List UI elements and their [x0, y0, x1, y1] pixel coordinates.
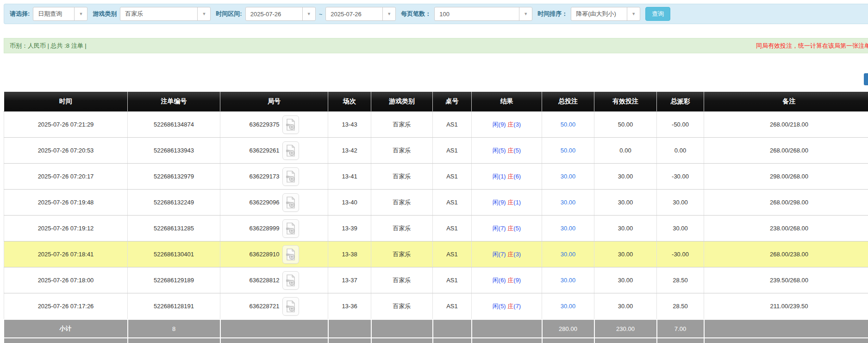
payout-cell: 28.50 — [657, 293, 704, 320]
session-cell: 13-41 — [328, 164, 371, 190]
date-to-select[interactable]: 2025-07-26 ▼ — [325, 7, 396, 21]
date-from-value: 2025-07-26 — [246, 11, 302, 18]
header-bet-id: 注单编号 — [128, 92, 220, 112]
time-cell: 2025-07-26 07:18:41 — [4, 241, 128, 267]
video-replay-icon[interactable] — [282, 245, 299, 264]
chevron-down-icon: ▼ — [302, 7, 315, 20]
query-type-select[interactable]: 日期查询 ▼ — [33, 7, 87, 21]
currency-total-text: 币别：人民币 | 总共 :8 注单 | — [10, 42, 87, 50]
bet-id-cell: 522686134874 — [128, 112, 220, 138]
total-bet-cell: 30.00 — [542, 190, 594, 216]
session-cell: 13-39 — [328, 216, 371, 241]
chevron-down-icon: ▼ — [519, 7, 532, 20]
header-round: 局号 — [220, 92, 328, 112]
bet-record-row: 2025-07-26 07:19:12 522686131285 6362289… — [4, 216, 868, 241]
payout-cell: -30.00 — [657, 241, 704, 267]
page-size-label: 每页笔数： — [401, 10, 431, 18]
table-header: 时间 注单编号 局号 场次 游戏类别 桌号 结果 总投注 有效投注 总派彩 备注 — [4, 92, 868, 112]
remark-cell: 298.00/268.00 — [704, 164, 868, 190]
time-cell: 2025-07-26 07:17:26 — [4, 293, 128, 320]
time-sort-label: 时间排序： — [537, 10, 568, 18]
total-bet-link[interactable]: 30.00 — [561, 173, 576, 180]
session-cell: 13-38 — [328, 241, 371, 267]
result-banker: 庄 — [507, 199, 513, 206]
round-number: 636228999 — [249, 225, 279, 232]
session-cell: 13-40 — [328, 190, 371, 216]
total-bet-link[interactable]: 30.00 — [561, 251, 576, 258]
table-no-cell: AS1 — [433, 241, 472, 267]
round-cell: 636228910 — [220, 241, 328, 267]
header-time: 时间 — [4, 92, 128, 112]
total-bet-link[interactable]: 50.00 — [561, 147, 576, 154]
remark-cell: 268.00/218.00 — [704, 112, 868, 138]
time-cell: 2025-07-26 07:19:12 — [4, 216, 128, 241]
payout-cell: -50.00 — [657, 112, 704, 138]
video-replay-icon[interactable] — [282, 115, 299, 134]
subtotal-label: 小计 — [4, 319, 128, 338]
video-replay-icon[interactable] — [282, 271, 299, 290]
round-cell: 636229375 — [220, 112, 328, 138]
query-button[interactable]: 查询 — [645, 7, 670, 21]
result-player: 闲(7) — [493, 225, 506, 232]
subtotal-total-bet: 280.00 — [542, 319, 594, 338]
game-category-select[interactable]: 百家乐 ▼ — [120, 7, 211, 21]
total-bet-cell: 30.00 — [542, 241, 594, 267]
video-replay-icon[interactable] — [282, 193, 299, 212]
video-replay-icon[interactable] — [282, 297, 299, 316]
date-from-select[interactable]: 2025-07-26 ▼ — [245, 7, 316, 21]
result-player: 闲(5) — [493, 303, 506, 310]
video-replay-icon[interactable] — [282, 141, 299, 160]
result-banker-num: (7) — [513, 303, 521, 310]
total-bet-cell: 30.00 — [542, 267, 594, 293]
result-cell: 闲(7) 庄(5) — [472, 216, 542, 241]
video-replay-icon[interactable] — [282, 167, 299, 186]
time-sort-select[interactable]: 降幂(由大到小) ▼ — [571, 7, 640, 21]
query-type-value: 日期查询 — [33, 10, 74, 18]
session-cell: 13-42 — [328, 138, 371, 164]
result-player: 闲(6) — [493, 277, 506, 284]
result-banker: 庄 — [507, 251, 513, 258]
total-label: 总计 — [4, 338, 128, 343]
summary-bar: 币别：人民币 | 总共 :8 注单 | 同局有效投注，统一计算在该局第一张注单内 — [4, 38, 868, 53]
video-replay-icon[interactable] — [282, 219, 299, 238]
result-banker: 庄 — [507, 121, 513, 128]
total-bet-link[interactable]: 30.00 — [561, 199, 576, 206]
total-bet-link[interactable]: 50.00 — [561, 121, 576, 128]
header-valid-bet: 有效投注 — [594, 92, 657, 112]
valid-bet-cell: 30.00 — [594, 267, 657, 293]
total-bet-link[interactable]: 30.00 — [561, 225, 576, 232]
bet-id-cell: 522686132249 — [128, 190, 220, 216]
time-sort-value: 降幂(由大到小) — [571, 10, 627, 18]
header-total-bet: 总投注 — [542, 92, 594, 112]
remark-cell: 268.00/298.00 — [704, 190, 868, 216]
total-bet-link[interactable]: 30.00 — [561, 277, 576, 284]
result-player: 闲(9) — [493, 199, 506, 206]
valid-bet-cell: 30.00 — [594, 164, 657, 190]
round-number: 636229375 — [249, 121, 279, 128]
time-cell: 2025-07-26 07:18:00 — [4, 267, 128, 293]
header-session: 场次 — [328, 92, 371, 112]
export-button-partial[interactable] — [864, 73, 868, 85]
time-cell: 2025-07-26 07:20:17 — [4, 164, 128, 190]
round-number: 636228721 — [249, 303, 279, 310]
chevron-down-icon: ▼ — [627, 7, 640, 20]
round-number: 636229173 — [249, 173, 279, 180]
bet-records-table: 时间 注单编号 局号 场次 游戏类别 桌号 结果 总投注 有效投注 总派彩 备注… — [4, 92, 868, 343]
page-size-select[interactable]: 100 ▼ — [434, 7, 532, 21]
round-cell: 636229173 — [220, 164, 328, 190]
total-bet-link[interactable]: 30.00 — [561, 303, 576, 310]
table-no-cell: AS1 — [433, 112, 472, 138]
payout-cell: 28.50 — [657, 267, 704, 293]
result-banker-num: (5) — [513, 225, 521, 232]
total-bet-cell: 50.00 — [542, 112, 594, 138]
total-valid-bet: 230.00 — [594, 338, 657, 343]
result-player: 闲(7) — [493, 251, 506, 258]
remark-cell: 268.00/238.00 — [704, 241, 868, 267]
round-cell: 636228812 — [220, 267, 328, 293]
bet-id-cell: 522686131285 — [128, 216, 220, 241]
payout-cell: 30.00 — [657, 190, 704, 216]
total-count: 8 — [128, 338, 220, 343]
total-total-bet: 280.00 — [542, 338, 594, 343]
game-cell: 百家乐 — [371, 293, 433, 320]
round-number: 636228812 — [249, 277, 279, 284]
